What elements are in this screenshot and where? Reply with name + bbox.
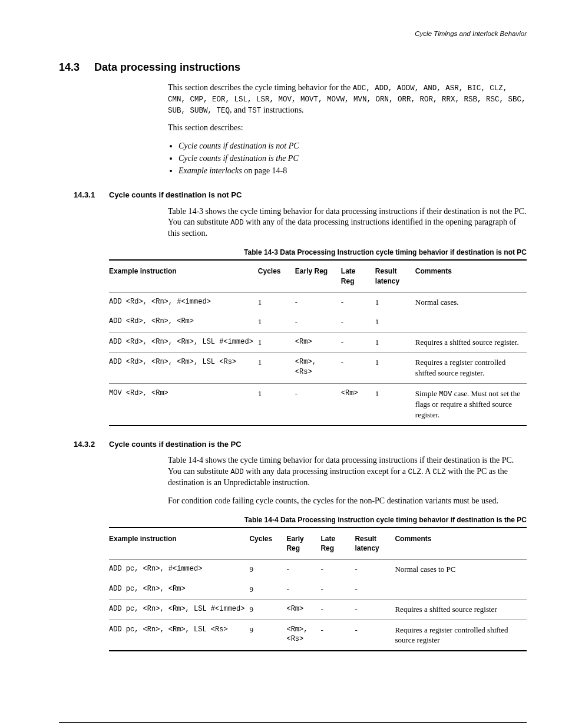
sub1-mono: ADD xyxy=(230,219,244,227)
cell-res: 1 xyxy=(375,353,415,383)
subsection-number: 14.3.2 xyxy=(74,439,109,450)
col-example: Example instruction xyxy=(109,528,249,559)
bullet-text: Cycle counts if destination is the PC xyxy=(178,154,299,163)
cell-late: - xyxy=(320,620,355,651)
cell-inst: MOV <Rd>, <Rm> xyxy=(109,383,258,425)
subsection-body: Table 14-3 shows the cycle timing behavi… xyxy=(168,206,527,240)
col-early: Early Reg xyxy=(295,260,341,292)
t: . A xyxy=(421,467,432,476)
cell-inst: ADD pc, <Rn>, #<immed> xyxy=(109,559,249,579)
table-row: MOV <Rd>, <Rm> 1 - <Rm> 1 Simple MOV cas… xyxy=(109,383,527,425)
cell-early: <Rm> xyxy=(286,599,320,620)
table-14-4-caption: Table 14-4 Data Processing instruction c… xyxy=(59,515,527,525)
bullet-text: Example interlocks xyxy=(178,166,242,175)
table-14-4: Example instruction Cycles Early Reg Lat… xyxy=(109,527,527,651)
intro-paragraph: This section describes the cycle timing … xyxy=(168,83,527,116)
subsection-number: 14.3.1 xyxy=(74,190,109,200)
table-header-row: Example instruction Cycles Early Reg Lat… xyxy=(109,260,527,292)
col-cycles: Cycles xyxy=(258,260,295,292)
col-comments: Comments xyxy=(395,528,527,559)
intro-text-c: instructions. xyxy=(261,106,303,114)
t: with any data processing instruction exc… xyxy=(244,467,408,476)
col-late: Late Reg xyxy=(341,260,375,292)
c-pre: Simple xyxy=(415,389,439,398)
cell-comment: Simple MOV case. Must not set the flags … xyxy=(415,383,527,425)
cell-cycles: 1 xyxy=(258,292,295,312)
subsection-title: Cycle counts if destination is not PC xyxy=(109,190,242,200)
cell-comment: Requires a register controlled shifted s… xyxy=(395,620,527,651)
cell-cycles: 9 xyxy=(249,579,286,599)
intro-text-a: This section describes the cycle timing … xyxy=(168,83,353,92)
cell-early: - xyxy=(286,579,320,599)
subsection-heading: 14.3.1 Cycle counts if destination is no… xyxy=(59,190,527,200)
bullet-item: Cycle counts if destination is not PC xyxy=(178,141,527,152)
m: CLZ xyxy=(432,468,446,476)
cell-early: - xyxy=(286,559,320,579)
cell-late: - xyxy=(320,559,355,579)
subsection-heading: 14.3.2 Cycle counts if destination is th… xyxy=(59,439,527,450)
cell-res: - xyxy=(355,620,395,651)
cell-cycles: 9 xyxy=(249,599,286,620)
cell-inst: ADD <Rd>, <Rn>, <Rm> xyxy=(109,312,258,332)
section-body: This section describes the cycle timing … xyxy=(168,83,527,177)
cell-inst: ADD pc, <Rn>, <Rm> xyxy=(109,579,249,599)
col-early: Early Reg xyxy=(286,528,320,559)
cell-late: - xyxy=(320,599,355,620)
table-row: ADD pc, <Rn>, #<immed> 9 - - - Normal ca… xyxy=(109,559,527,579)
subsection-body: Table 14-4 shows the cycle timing behavi… xyxy=(168,455,527,507)
cell-inst: ADD pc, <Rn>, <Rm>, LSL #<immed> xyxy=(109,599,249,620)
describes-label: This section describes: xyxy=(168,123,527,134)
section-number: 14.3 xyxy=(59,60,94,74)
cell-early: <Rm>, <Rs> xyxy=(286,620,320,651)
cell-late: <Rm> xyxy=(341,383,375,425)
cell-res: - xyxy=(355,579,395,599)
cell-early: - xyxy=(295,292,341,312)
cell-inst: ADD <Rd>, <Rn>, <Rm>, LSL #<immed> xyxy=(109,332,258,353)
section-title: Data processing instructions xyxy=(94,60,240,74)
sub2-para1: Table 14-4 shows the cycle timing behavi… xyxy=(168,455,527,489)
cell-comment: Normal cases. xyxy=(415,292,527,332)
cell-late: - xyxy=(341,332,375,353)
cell-res: - xyxy=(355,599,395,620)
intro-text-b: , and xyxy=(230,106,248,114)
table-row: ADD <Rd>, <Rn>, #<immed> 1 - - 1 Normal … xyxy=(109,292,527,312)
col-cycles: Cycles xyxy=(249,528,286,559)
cell-cycles: 1 xyxy=(258,332,295,353)
cell-res: 1 xyxy=(375,292,415,312)
cell-late: - xyxy=(341,292,375,312)
cell-comment: Normal cases to PC xyxy=(395,559,527,599)
table-row: ADD <Rd>, <Rn>, <Rm>, LSL #<immed> 1 <Rm… xyxy=(109,332,527,353)
cell-inst: ADD <Rd>, <Rn>, #<immed> xyxy=(109,292,258,312)
col-comments: Comments xyxy=(415,260,527,292)
cell-cycles: 1 xyxy=(258,383,295,425)
table-row: ADD <Rd>, <Rn>, <Rm>, LSL <Rs> 1 <Rm>, <… xyxy=(109,353,527,383)
col-example: Example instruction xyxy=(109,260,258,292)
running-header: Cycle Timings and Interlock Behavior xyxy=(59,29,527,39)
table-14-3: Example instruction Cycles Early Reg Lat… xyxy=(109,259,527,426)
bullet-item: Example interlocks on page 14-8 xyxy=(178,166,527,177)
section-heading: 14.3 Data processing instructions xyxy=(59,60,527,74)
cell-comment: Requires a register controlled shifted s… xyxy=(415,353,527,383)
col-late: Late Reg xyxy=(320,528,355,559)
cell-cycles: 9 xyxy=(249,620,286,651)
cell-cycles: 1 xyxy=(258,312,295,332)
cell-inst: ADD pc, <Rn>, <Rm>, LSL <Rs> xyxy=(109,620,249,651)
cell-cycles: 1 xyxy=(258,353,295,383)
col-result: Result latency xyxy=(355,528,395,559)
bullet-item: Cycle counts if destination is the PC xyxy=(178,153,527,164)
col-result: Result latency xyxy=(375,260,415,292)
cell-res: 1 xyxy=(375,332,415,353)
page-footer: ARM DDI 0363E ID013010 Copyright © 2009 … xyxy=(59,722,527,728)
table-14-3-caption: Table 14-3 Data Processing Instruction c… xyxy=(59,248,527,257)
describes-list: Cycle counts if destination is not PC Cy… xyxy=(168,141,527,177)
m: ADD xyxy=(230,468,244,476)
cell-res: 1 xyxy=(375,383,415,425)
bullet-text: Cycle counts if destination is not PC xyxy=(178,141,299,150)
cell-inst: ADD <Rd>, <Rn>, <Rm>, LSL <Rs> xyxy=(109,353,258,383)
cell-cycles: 9 xyxy=(249,559,286,579)
cell-res: - xyxy=(355,559,395,579)
subsection-title: Cycle counts if destination is the PC xyxy=(109,439,242,450)
cell-late: - xyxy=(341,312,375,332)
c-mono: MOV xyxy=(439,390,452,398)
cell-late: - xyxy=(320,579,355,599)
